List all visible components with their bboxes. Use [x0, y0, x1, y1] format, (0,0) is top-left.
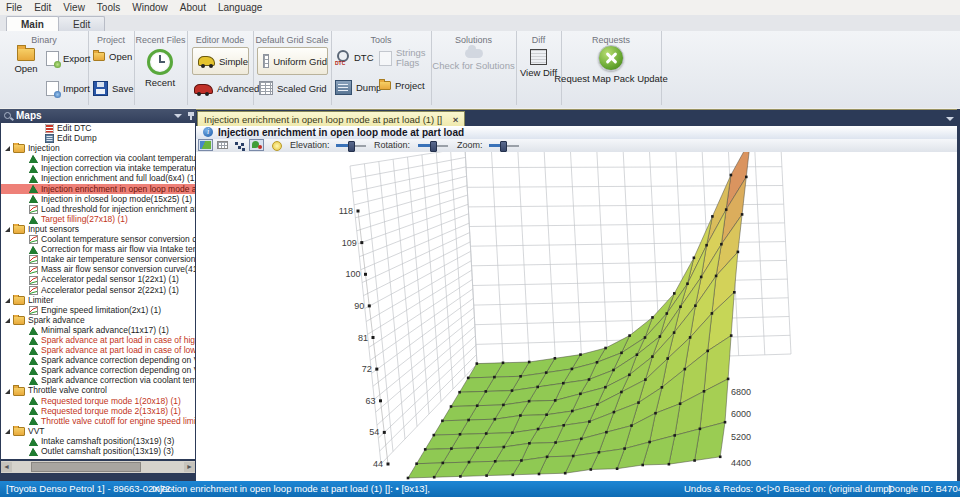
surface-chart[interactable]: 4454637281901001091184400520060006800: [196, 152, 958, 481]
tree-item[interactable]: Requested torque mode 2(13x18) (1): [1, 406, 195, 416]
tree-item[interactable]: Requested torque mode 1(20x18) (1): [1, 396, 195, 406]
tree-item[interactable]: Spark advance correction depending on VV…: [1, 355, 195, 365]
tree-item-label: Throttle valve control: [28, 385, 107, 395]
tools-dump-button[interactable]: Dump: [335, 80, 381, 95]
view-diff-button[interactable]: View Diff: [518, 49, 559, 78]
curve-icon: [29, 266, 38, 275]
tree-item[interactable]: Minimal spark advance(11x17) (1): [1, 325, 195, 335]
tree-item-label: Injection in closed loop mode(15x25) (1): [41, 194, 192, 204]
expand-arrow-icon[interactable]: [5, 298, 10, 303]
scaled-grid-button[interactable]: Scaled Grid: [259, 81, 327, 95]
tree-item[interactable]: VVT: [1, 426, 195, 436]
color-mode-button[interactable]: [249, 139, 264, 151]
recent-button[interactable]: Recent: [142, 49, 178, 88]
menu-item-edit[interactable]: Edit: [28, 0, 57, 13]
expand-arrow-icon[interactable]: [5, 318, 10, 323]
search-icon[interactable]: [4, 112, 11, 119]
tab-list-chevron-icon[interactable]: [946, 117, 954, 121]
document-tab[interactable]: Injection enrichment in open loop mode a…: [197, 111, 465, 127]
edit-dtc-icon: [45, 124, 54, 133]
tools-project-button[interactable]: Project: [379, 80, 425, 91]
pin-icon[interactable]: [190, 112, 192, 120]
tree-item[interactable]: Spark advance correction depending on VV…: [1, 365, 195, 375]
lighting-button[interactable]: [268, 139, 283, 151]
expand-arrow-icon[interactable]: [5, 389, 10, 394]
expand-arrow-icon[interactable]: [5, 227, 10, 232]
tree-item[interactable]: Accelerator pedal sensor 2(22x1) (1): [1, 285, 195, 295]
expand-arrow-icon[interactable]: [5, 429, 10, 434]
project-save-button[interactable]: Save: [93, 81, 134, 96]
group-label-grid-scale: Default Grid Scale: [253, 35, 331, 45]
tree-item-label: Accelerator pedal sensor 2(22x1) (1): [41, 285, 179, 295]
map-3d-icon: [29, 347, 38, 355]
menu-item-about[interactable]: About: [174, 0, 212, 13]
table-view-button[interactable]: [215, 139, 230, 151]
tree-item[interactable]: Spark advance at part load in case of lo…: [1, 345, 195, 355]
recent-clock-icon: [147, 49, 173, 75]
points-view-button[interactable]: [232, 139, 247, 151]
expand-arrow-icon[interactable]: [5, 146, 10, 151]
surface-chart-svg: 4454637281901001091184400520060006800: [196, 152, 958, 481]
menu-item-view[interactable]: View: [57, 0, 91, 13]
surface-view-button[interactable]: [198, 139, 213, 151]
menu-item-language[interactable]: Language: [212, 0, 269, 13]
svg-text:6800: 6800: [731, 387, 751, 397]
tree-item[interactable]: Edit Dump: [1, 133, 195, 143]
tree-item[interactable]: Throttle valve control: [1, 385, 195, 395]
binary-open-label: Open: [14, 63, 37, 74]
tree-item[interactable]: Accelerator pedal sensor 1(22x1) (1): [1, 274, 195, 284]
zoom-slider[interactable]: [489, 144, 519, 147]
scroll-right-arrow[interactable]: ►: [184, 462, 195, 472]
menu-item-file[interactable]: File: [0, 0, 28, 13]
close-tab-icon[interactable]: ×: [453, 114, 459, 125]
tree-item[interactable]: Spark advance: [1, 315, 195, 325]
tree-item[interactable]: Coolant temperature sensor conversion cu…: [1, 234, 195, 244]
open-folder-icon: [17, 48, 35, 61]
binary-export-button[interactable]: Export: [46, 51, 90, 66]
ribbon-tab-edit[interactable]: Edit: [58, 16, 105, 31]
scroll-left-arrow[interactable]: ◄: [1, 462, 12, 472]
horizontal-scrollbar[interactable]: ◄ ►: [1, 461, 195, 473]
editor-mode-simple-button[interactable]: Simple: [192, 47, 249, 75]
tree-item[interactable]: Spark advance at part load in case of hi…: [1, 335, 195, 345]
uniform-grid-button[interactable]: Uniform Grid: [257, 47, 328, 75]
project-open-button[interactable]: Open: [93, 51, 132, 62]
tree-item[interactable]: Throttle valve cutoff for engine speed l…: [1, 416, 195, 426]
tools-dtc-button[interactable]: DTC: [335, 50, 374, 65]
tree-item[interactable]: Input sensors: [1, 224, 195, 234]
menu-item-window[interactable]: Window: [126, 0, 174, 13]
ribbon-tab-main[interactable]: Main: [6, 16, 59, 31]
tree-item[interactable]: Injection enrichment in open loop mode a…: [1, 184, 195, 194]
scrollbar-thumb[interactable]: [31, 462, 141, 472]
tree-item[interactable]: Correction for mass air flow via Intake …: [1, 244, 195, 254]
tree-item[interactable]: Intake air temperature sensor conversion…: [1, 254, 195, 264]
dump-icon: [335, 80, 352, 95]
tree-item[interactable]: Load threshold for injection enrichment …: [1, 204, 195, 214]
tree-item[interactable]: Intake camshaft position(13x19) (3): [1, 436, 195, 446]
tree-item[interactable]: Injection enrichment and full load(6x4) …: [1, 173, 195, 183]
rotation-slider[interactable]: [418, 144, 448, 147]
scaled-grid-label: Scaled Grid: [277, 83, 327, 94]
binary-import-button[interactable]: Import: [46, 81, 90, 96]
tree-item[interactable]: Mass air flow sensor conversion curve(41…: [1, 264, 195, 274]
tree-item[interactable]: Outlet camshaft position(13x19) (3): [1, 446, 195, 456]
tree-item[interactable]: Target filling(27x18) (1): [1, 214, 195, 224]
tree-item[interactable]: Injection correction via coolant tempera…: [1, 153, 195, 163]
curve-icon: [29, 205, 38, 214]
tree-item[interactable]: Injection: [1, 143, 195, 153]
editor-mode-advanced-button[interactable]: Advanced: [194, 83, 259, 94]
chevron-down-icon[interactable]: [174, 114, 182, 118]
tree-item[interactable]: Injection in closed loop mode(15x25) (1): [1, 194, 195, 204]
tree-item[interactable]: Injection correction via intake temperat…: [1, 163, 195, 173]
ribbon-group-project: Project Open Save: [88, 31, 135, 105]
request-map-pack-update-button[interactable]: Request Map Pack Update: [563, 45, 659, 84]
tree-item[interactable]: Spark advance correction via coolant tem…: [1, 375, 195, 385]
tree-item[interactable]: Engine speed limitation(2x1) (1): [1, 305, 195, 315]
menu-item-tools[interactable]: Tools: [91, 0, 126, 13]
tree-item-label: Injection correction via intake temperat…: [41, 163, 195, 173]
binary-open-button[interactable]: Open: [8, 48, 44, 74]
elevation-slider[interactable]: [336, 144, 366, 147]
map-3d-icon: [29, 448, 38, 456]
tree-item[interactable]: Edit DTC: [1, 123, 195, 133]
tree-item[interactable]: Limiter: [1, 295, 195, 305]
